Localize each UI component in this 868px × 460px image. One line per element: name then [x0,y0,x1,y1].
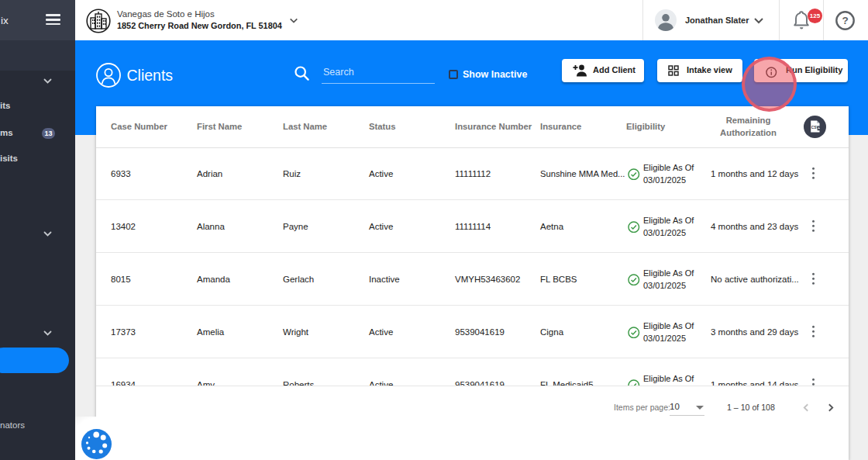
svg-text:?: ? [842,15,848,26]
